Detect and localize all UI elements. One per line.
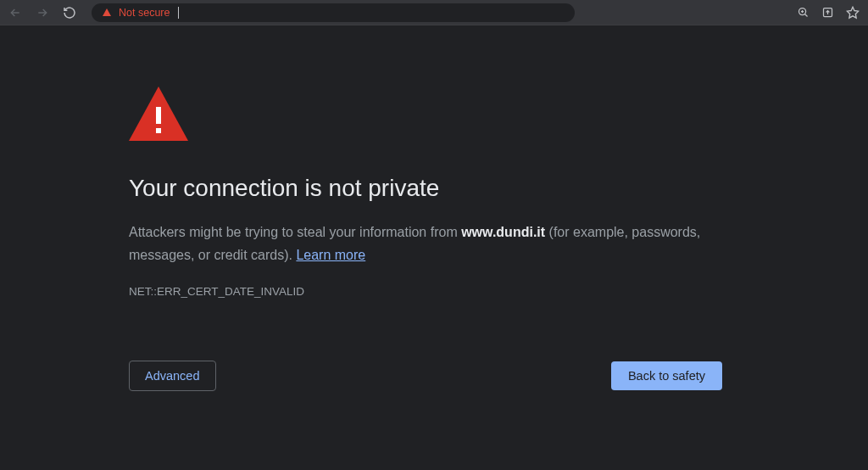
nav-controls — [8, 6, 76, 20]
warning-body: Attackers might be trying to steal your … — [129, 221, 722, 266]
back-icon[interactable] — [8, 6, 22, 20]
not-secure-label: Not secure — [119, 7, 170, 19]
text-cursor — [178, 7, 179, 19]
zoom-icon[interactable] — [797, 6, 810, 19]
warning-triangle-icon — [129, 87, 739, 144]
button-row: Advanced Back to safety — [129, 361, 722, 391]
error-code: NET::ERR_CERT_DATE_INVALID — [129, 285, 739, 298]
forward-icon[interactable] — [36, 6, 49, 20]
content-wrapper: Your connection is not private Attackers… — [129, 25, 739, 470]
reload-icon[interactable] — [63, 6, 76, 20]
svg-rect-3 — [156, 128, 161, 133]
host-name: www.dundi.it — [461, 225, 545, 239]
interstitial-page: Your connection is not private Attackers… — [0, 25, 868, 470]
address-bar[interactable]: Not secure — [92, 3, 575, 22]
back-to-safety-button[interactable]: Back to safety — [611, 361, 722, 390]
toolbar-right-icons — [797, 6, 860, 20]
body-pre: Attackers might be trying to steal your … — [129, 225, 461, 239]
bookmark-star-icon[interactable] — [846, 6, 860, 20]
learn-more-link[interactable]: Learn more — [296, 248, 365, 262]
page-title: Your connection is not private — [129, 175, 739, 202]
advanced-button[interactable]: Advanced — [129, 361, 216, 391]
browser-toolbar: Not secure — [0, 0, 868, 25]
svg-rect-2 — [156, 107, 161, 124]
not-secure-warning-icon — [102, 8, 112, 18]
share-icon[interactable] — [821, 6, 834, 19]
